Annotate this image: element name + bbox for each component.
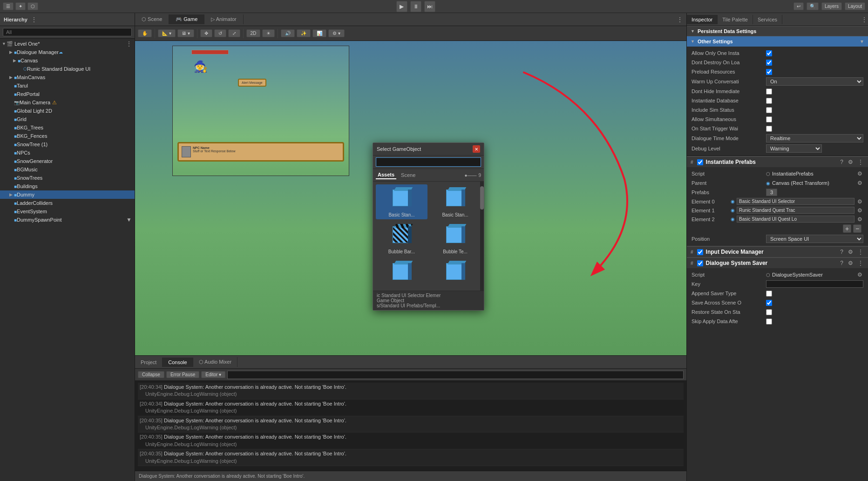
input-device-settings[interactable]: ⚙ [847, 249, 854, 255]
hierarchy-search-input[interactable] [3, 28, 132, 36]
saver-menu[interactable]: ⋮ [857, 260, 864, 266]
tab-animator[interactable]: ▷ Animator [204, 14, 243, 24]
hierarchy-item-bgmusic[interactable]: ■ BGMusic [0, 165, 135, 174]
2d-btn[interactable]: 2D [246, 29, 261, 37]
preload-checkbox[interactable] [766, 69, 772, 75]
dialog-tab-scene[interactable]: Scene [399, 171, 417, 179]
warmup-dropdown[interactable]: OnOff [766, 77, 863, 86]
hand-tool[interactable]: ✋ [138, 29, 152, 37]
restore-state-checkbox[interactable] [766, 309, 772, 315]
asset-item-1[interactable]: Basic Stan... [429, 184, 481, 219]
hierarchy-item-canvas[interactable]: ▶ ■ Canvas [0, 56, 135, 65]
levelone-menu[interactable]: ⋮ [125, 41, 133, 47]
hierarchy-item-globallight[interactable]: ■ Global Light 2D [0, 107, 135, 115]
hierarchy-item-snowtree[interactable]: ■ SnowTree (1) [0, 140, 135, 149]
hierarchy-item-laddercolliders[interactable]: ■ LadderColliders [0, 199, 135, 207]
dummyspawnpoint-expand[interactable]: ▼ [125, 217, 133, 223]
other-settings-header[interactable]: ▼ Other Settings ▾ [687, 36, 868, 47]
on-start-checkbox[interactable] [766, 126, 772, 132]
search-btn[interactable]: 🔍 [807, 2, 819, 10]
undo-btn[interactable]: ↩ [793, 2, 804, 10]
saver-toggle[interactable] [697, 260, 703, 266]
stats-btn[interactable]: 📊 [312, 29, 326, 37]
input-device-manager-component[interactable]: # Input Device Manager ? ⚙ ⋮ [687, 246, 868, 257]
saver-script-btn[interactable]: ⚙ [856, 271, 863, 278]
skip-apply-checkbox[interactable] [766, 318, 772, 325]
hierarchy-item-eventsystem[interactable]: ■ EventSystem [0, 207, 135, 216]
hierarchy-item-buildings[interactable]: ■ Buildings [0, 182, 135, 190]
key-field[interactable] [766, 280, 863, 288]
tab-inspector[interactable]: Inspector [687, 15, 718, 24]
tab-project[interactable]: Project [135, 358, 163, 367]
inspector-menu-btn[interactable]: ⋮ [861, 16, 868, 23]
input-device-menu[interactable]: ⋮ [857, 249, 864, 255]
input-device-help[interactable]: ? [839, 249, 844, 255]
asset-item-4[interactable] [376, 258, 427, 288]
instantiate-prefabs-toggle[interactable] [697, 159, 703, 165]
tab-audio-mixer[interactable]: ⬡ Audio Mixer [193, 357, 238, 367]
element-2-settings[interactable]: ⚙ [856, 216, 863, 223]
hierarchy-menu-btn[interactable]: ⋮ [30, 16, 38, 23]
layout-btn[interactable]: Layout [845, 2, 865, 10]
pause-button[interactable]: ⏸ [410, 1, 421, 12]
layers-btn[interactable]: Layers [821, 2, 842, 10]
other-settings-btn[interactable]: ▾ [860, 38, 864, 45]
error-pause-btn[interactable]: Error Pause [166, 371, 199, 378]
move-tool[interactable]: ✥ [200, 29, 212, 37]
dialog-scrollbar-thumb[interactable] [480, 186, 484, 210]
debug-level-dropdown[interactable]: WarningInfoError [766, 144, 822, 153]
script-settings-btn[interactable]: ⚙ [856, 170, 863, 177]
asset-item-3[interactable]: Bubble Te... [429, 221, 481, 256]
instantiate-prefabs-settings[interactable]: ⚙ [847, 159, 854, 165]
view-menu-btn[interactable]: ⋮ [676, 16, 686, 23]
instantiate-prefabs-component[interactable]: # Instantiate Prefabs ? ⚙ ⋮ [687, 156, 868, 167]
asset-item-0[interactable]: Basic Stan... [376, 184, 427, 219]
dialogue-time-dropdown[interactable]: RealtimeGame Time [766, 134, 863, 142]
hierarchy-item-npcs[interactable]: ■ NPCs [0, 149, 135, 157]
audio-btn[interactable]: 🔊 [281, 29, 295, 37]
resolution-btn[interactable]: 🖥 ▾ [177, 29, 194, 37]
hierarchy-item-bkgfences[interactable]: ■ BKG_Fences [0, 132, 135, 140]
persistent-data-section[interactable]: ▼ Persistent Data Settings [687, 26, 868, 36]
tab-services[interactable]: Services [753, 15, 782, 24]
fx-btn[interactable]: ✨ [297, 29, 311, 37]
hierarchy-item-redportal[interactable]: ■ RedPortal [0, 90, 135, 98]
dialog-search-input[interactable] [376, 157, 481, 167]
scale-tool[interactable]: ⤢ [228, 29, 240, 37]
step-button[interactable]: ⏭ [424, 1, 435, 12]
tab-console[interactable]: Console [163, 358, 193, 367]
sim-status-checkbox[interactable] [766, 107, 772, 113]
dont-hide-checkbox[interactable] [766, 88, 772, 95]
instantiate-prefabs-help[interactable]: ? [839, 159, 844, 165]
dialogue-system-saver-component[interactable]: # Dialogue System Saver ? ⚙ ⋮ [687, 257, 868, 268]
tab-game[interactable]: 🎮 Game [169, 14, 204, 24]
console-search-input[interactable] [227, 371, 684, 379]
dialog-scrollbar[interactable] [480, 182, 484, 291]
tab-scene[interactable]: ⬡ Scene [135, 14, 169, 24]
aspect-ratio-btn[interactable]: 📐 ▾ [158, 29, 176, 37]
input-device-toggle[interactable] [697, 249, 703, 255]
light-btn[interactable]: ☀ [262, 29, 275, 37]
gizmos-btn[interactable]: ⚙ ▾ [328, 29, 345, 37]
hierarchy-item-dialoguemanager[interactable]: ▶ ■ Dialogue Manager ☁ [0, 48, 135, 56]
hierarchy-item-maincamera[interactable]: 📷 Main Camera ⚠ [0, 98, 135, 107]
hierarchy-item-runic[interactable]: ⬡ Runic Standard Dialogue UI [0, 65, 135, 73]
append-saver-checkbox[interactable] [766, 291, 772, 297]
hierarchy-item-maincanvas[interactable]: ▶ ■ MainCanvas [0, 73, 135, 81]
menu-btn-3[interactable]: ⬡ [27, 2, 38, 10]
saver-settings-btn[interactable]: ⚙ [847, 260, 854, 266]
hierarchy-item-tarul[interactable]: ■ Tarul [0, 81, 135, 90]
element-1-settings[interactable]: ⚙ [856, 207, 863, 214]
dont-destroy-checkbox[interactable] [766, 60, 772, 66]
hierarchy-item-dummyspawnpoint[interactable]: ■ DummySpawnPoint ▼ [0, 216, 135, 224]
tab-tile-palette[interactable]: Tile Palette [718, 15, 753, 24]
menu-btn-1[interactable]: ☰ [3, 2, 14, 10]
hierarchy-item-bkgtrees[interactable]: ■ BKG_Trees [0, 123, 135, 132]
saver-help[interactable]: ? [839, 260, 844, 266]
editor-btn[interactable]: Editor ▾ [201, 371, 225, 378]
dialog-tab-assets[interactable]: Assets [376, 171, 396, 179]
collapse-btn[interactable]: Collapse [138, 371, 164, 378]
hierarchy-item-levelone[interactable]: ▼ 🎬 Level One* ⋮ [0, 40, 135, 48]
hierarchy-item-snowgenerator[interactable]: ■ SnowGenerator [0, 157, 135, 165]
position-dropdown[interactable]: Screen Space UI [766, 235, 863, 243]
